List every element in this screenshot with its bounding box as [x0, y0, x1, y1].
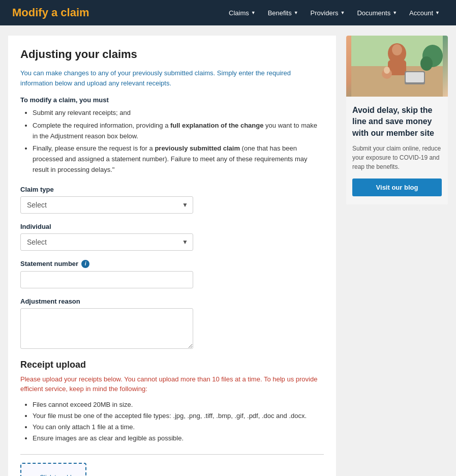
adjustment-reason-label: Adjustment reason — [20, 298, 324, 305]
list-item: Submit any relevant receipts; and — [33, 108, 324, 118]
individual-field: Individual Select ▼ — [20, 223, 324, 251]
nav-providers[interactable]: Providers ▼ — [307, 7, 349, 19]
nav-documents[interactable]: Documents ▼ — [353, 7, 401, 19]
visit-blog-button[interactable]: Visit our blog — [352, 178, 442, 196]
page-title: Modify a claim — [12, 6, 89, 19]
claim-type-select[interactable]: Select — [20, 196, 193, 214]
svg-point-3 — [392, 44, 402, 55]
individual-select[interactable]: Select — [20, 233, 193, 251]
nav-benefits[interactable]: Benefits ▼ — [264, 7, 302, 19]
content-heading: Adjusting your claims — [20, 48, 324, 61]
chevron-down-icon: ▼ — [251, 10, 256, 15]
divider — [20, 454, 324, 455]
sidebar: Avoid delay, skip the line and save mone… — [346, 36, 448, 476]
adjustment-reason-textarea[interactable] — [20, 308, 193, 349]
claim-type-field: Claim type Select ▼ — [20, 186, 324, 214]
svg-point-8 — [384, 67, 390, 74]
promo-text: Submit your claim online, reduce your ex… — [352, 144, 442, 171]
individual-select-wrapper: Select ▼ — [20, 233, 193, 251]
list-item: Your file must be one of the accepted fi… — [33, 410, 324, 422]
chevron-down-icon: ▼ — [294, 10, 298, 15]
header: Modify a claim Claims ▼ Benefits ▼ Provi… — [0, 0, 456, 25]
statement-number-field: Statement number i — [20, 260, 324, 288]
list-item: You can only attach 1 file at a time. — [33, 422, 324, 433]
chevron-down-icon: ▼ — [392, 10, 397, 15]
list-item: Files cannot exceed 20MB in size. — [33, 399, 324, 410]
promo-card: Avoid delay, skip the line and save mone… — [346, 36, 448, 204]
adjustment-reason-field: Adjustment reason — [20, 298, 324, 350]
promo-image — [346, 36, 448, 97]
upload-link[interactable]: + Click to add a file — [27, 474, 79, 476]
list-item: Finally, please ensure the request is fo… — [33, 143, 324, 175]
main-layout: Adjusting your claims You can make chang… — [0, 25, 456, 476]
claim-type-select-wrapper: Select ▼ — [20, 196, 193, 214]
list-item: Complete the required information, provi… — [33, 121, 324, 142]
main-nav: Claims ▼ Benefits ▼ Providers ▼ Document… — [225, 7, 444, 19]
promo-illustration — [351, 36, 443, 97]
chevron-down-icon: ▼ — [341, 10, 345, 15]
receipt-rules-list: Files cannot exceed 20MB in size. Your f… — [20, 399, 324, 444]
individual-label: Individual — [20, 223, 324, 230]
nav-account[interactable]: Account ▼ — [405, 7, 444, 19]
receipt-heading: Receipt upload — [20, 360, 324, 370]
receipt-intro: Please upload your receipts below. You c… — [20, 374, 324, 394]
svg-rect-6 — [406, 72, 424, 82]
svg-point-10 — [420, 56, 433, 71]
claim-type-label: Claim type — [20, 186, 324, 193]
upload-box[interactable]: + Click to add a file or drag and drop h… — [20, 463, 86, 476]
chevron-down-icon: ▼ — [435, 10, 440, 15]
info-icon[interactable]: i — [81, 260, 89, 268]
requirements-list: Submit any relevant receipts; and Comple… — [20, 108, 324, 175]
promo-image-inner — [346, 36, 448, 97]
promo-body: Avoid delay, skip the line and save mone… — [346, 97, 448, 204]
content-area: Adjusting your claims You can make chang… — [8, 36, 336, 476]
intro-text: You can make changes to any of your prev… — [20, 68, 324, 88]
statement-number-input[interactable] — [20, 271, 193, 288]
list-item: Ensure images are as clear and legible a… — [33, 433, 324, 444]
nav-claims[interactable]: Claims ▼ — [225, 7, 260, 19]
must-label: To modify a claim, you must — [20, 96, 324, 104]
statement-number-label: Statement number i — [20, 260, 324, 268]
promo-title: Avoid delay, skip the line and save mone… — [352, 105, 442, 139]
